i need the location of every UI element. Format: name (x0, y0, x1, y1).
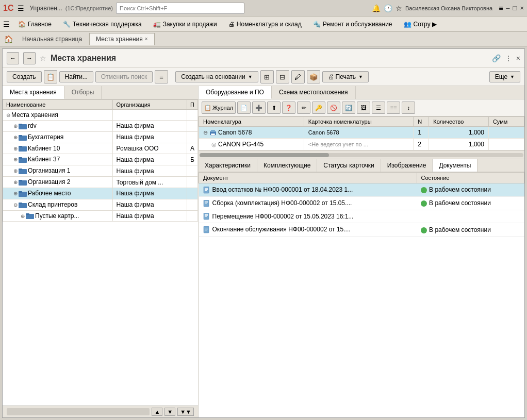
eq-btn-refresh[interactable]: 🔄 (342, 102, 355, 114)
collapse-icon[interactable]: ⊖ (203, 129, 209, 136)
table-row[interactable]: ⊕Рабочее местоНаша фирма (3, 188, 198, 199)
list-button[interactable]: ≡ (155, 70, 168, 83)
tree-toggle[interactable]: ⊖ (6, 112, 10, 118)
tree-toggle[interactable]: ⊕ (13, 179, 18, 185)
cancel-search-button[interactable]: Отменить поиск (95, 71, 153, 82)
eq-btn-add[interactable]: ➕ (252, 102, 266, 114)
close-button[interactable]: × (520, 4, 524, 12)
tree-toggle[interactable]: ⊕ (13, 146, 18, 152)
tree-toggle[interactable]: ⊖ (13, 202, 18, 208)
create-button[interactable]: Создать (7, 71, 42, 82)
svg-rect-15 (19, 203, 22, 204)
svg-rect-24 (205, 190, 207, 191)
menu-purchases[interactable]: 🚛 Закупки и продажи (148, 19, 222, 30)
eq-btn-key[interactable]: 🔑 (312, 102, 325, 114)
table-row[interactable]: ⊖ Canon 5678Canon 567811,000 (199, 127, 524, 139)
more-button[interactable]: ⋮ (505, 54, 512, 62)
menu-nomenclature[interactable]: 🖨 Номенклатура и склад (223, 19, 307, 30)
tab-image[interactable]: Изображение (381, 159, 433, 172)
eq-btn-up[interactable]: ⬆ (267, 102, 281, 114)
horizontal-scrollbar[interactable] (7, 408, 150, 415)
tab-home[interactable]: Начальная страница (16, 33, 88, 45)
table-row[interactable]: ⊕БухгалтерияНаша фирма (3, 131, 198, 143)
menu-repair[interactable]: 🔩 Ремонт и обслуживание (308, 19, 398, 30)
tab-equipment[interactable]: Оборудование и ПО (199, 86, 272, 99)
equip-col-qty: Количество (429, 117, 489, 127)
tree-toggle[interactable]: ⊕ (13, 168, 18, 174)
settings-icon[interactable]: ≡ (499, 4, 503, 12)
maximize-button[interactable]: □ (513, 4, 517, 12)
hamburger-icon[interactable]: ☰ (3, 20, 10, 28)
back-button[interactable]: ← (7, 52, 19, 64)
find-button[interactable]: Найти... (59, 71, 93, 82)
forward-button[interactable]: → (23, 52, 36, 64)
svg-rect-29 (204, 213, 209, 220)
toolbar-icon-4[interactable]: 📦 (307, 70, 320, 83)
folder-icon (19, 201, 28, 208)
menu-support[interactable]: 🔧 Техническая поддержка (58, 19, 147, 30)
tab-schema[interactable]: Схема местоположения (272, 86, 356, 99)
toolbar-icon-3[interactable]: 🖊 (291, 70, 305, 83)
notification-icon[interactable]: 🔔 (372, 4, 381, 12)
list-item[interactable]: Сборка (комплектация) НФ00-000002 от 15.… (199, 196, 524, 210)
tab-card-statuses[interactable]: Статусы карточки (317, 159, 381, 172)
table-row[interactable]: ⊕Пустые картр...Наша фирма (3, 210, 198, 222)
tab-characteristics[interactable]: Характеристики (199, 159, 257, 172)
eq-btn-sort[interactable]: ↕ (402, 102, 415, 114)
eq-btn-stop[interactable]: 🚫 (327, 102, 340, 114)
scroll-up-btn[interactable]: ▲ (152, 408, 162, 416)
tree-toggle[interactable]: ⊕ (13, 191, 18, 196)
toolbar-icon-2[interactable]: ⊟ (276, 70, 289, 83)
table-row[interactable]: ⊖Склад принтеровНаша фирма (3, 199, 198, 210)
tree-toggle[interactable]: ⊕ (13, 135, 18, 140)
table-row[interactable]: ⊖Места хранения (3, 110, 198, 121)
bookmark-icon[interactable]: ☆ (40, 54, 46, 62)
table-row[interactable]: ⊕Кабинет 10Ромашка ОООА (3, 143, 198, 154)
eq-btn-help[interactable]: ❓ (282, 102, 295, 114)
print-button[interactable]: 🖨 Печать ▼ (322, 71, 369, 82)
tab-filters[interactable]: Отборы (64, 86, 102, 99)
scroll-end-btn[interactable]: ▼▼ (177, 408, 194, 416)
repair-menu-icon: 🔩 (313, 21, 321, 28)
create-basis-button[interactable]: Создать на основании ▼ (175, 71, 258, 82)
tab-storage-places[interactable]: Места хранения × (89, 33, 155, 45)
equipment-toolbar: 📋 Журнал 📄 ➕ ⬆ ❓ ✏ 🔑 🚫 🔄 🖼 ☰ ≡≡ ↕ (199, 99, 524, 116)
journal-button[interactable]: 📋 Журнал (202, 102, 236, 114)
more-actions-button[interactable]: Еще ▼ (489, 71, 520, 82)
eq-btn-edit[interactable]: ✏ (297, 102, 310, 114)
table-row[interactable]: ⊕Кабинет 37Наша фирмаБ (3, 154, 198, 165)
table-row[interactable]: ◎ CANON PG-445<Не ведется учет по ...21,… (199, 139, 524, 150)
svg-rect-7 (19, 157, 22, 159)
menu-icon[interactable]: ☰ (18, 4, 24, 12)
scroll-down-btn[interactable]: ▼ (164, 408, 175, 416)
eq-btn-2[interactable]: 📄 (237, 102, 251, 114)
copy-button[interactable]: 📋 (44, 70, 57, 83)
tab-storage-places-left[interactable]: Места хранения (3, 86, 64, 99)
tab-close-icon[interactable]: × (145, 36, 148, 42)
eq-btn-list[interactable]: ☰ (372, 102, 385, 114)
equip-horizontal-scroll[interactable] (199, 150, 524, 159)
tree-toggle[interactable]: ⊕ (21, 213, 25, 219)
table-row[interactable]: ⊕Организация 1Наша фирма (3, 165, 198, 177)
tab-documents[interactable]: Документы (433, 159, 477, 172)
window-close-button[interactable]: × (516, 54, 520, 62)
tree-toggle[interactable]: ⊕ (13, 123, 18, 129)
tab-components[interactable]: Комплектующие (257, 159, 317, 172)
eq-btn-img[interactable]: 🖼 (357, 102, 370, 114)
toolbar-icon-1[interactable]: ⊞ (260, 70, 274, 83)
minimize-button[interactable]: – (506, 4, 509, 12)
table-row[interactable]: ⊕Организация 2Торговый дом ... (3, 177, 198, 188)
eq-btn-cols[interactable]: ≡≡ (387, 102, 400, 114)
menu-home[interactable]: 🏠 Главное (13, 19, 57, 30)
list-item[interactable]: Перемещение НФ00-000002 от 15.05.2023 16… (199, 210, 524, 223)
table-row[interactable]: ⊕rdvНаша фирма (3, 121, 198, 132)
list-item[interactable]: Окончание обслуживания НФ00-000002 от 15… (199, 223, 524, 237)
favorite-icon[interactable]: ☆ (396, 4, 402, 12)
link-button[interactable]: 🔗 (492, 54, 501, 62)
tree-item-p (187, 131, 197, 143)
tree-toggle[interactable]: ⊕ (13, 157, 18, 162)
menu-employees[interactable]: 👥 Сотру ▶ (399, 19, 442, 30)
history-icon[interactable]: 🕐 (384, 4, 392, 12)
list-item[interactable]: Ввод остатков № НФ00-000001 от 18.04.202… (199, 183, 524, 197)
search-input[interactable] (116, 3, 244, 14)
